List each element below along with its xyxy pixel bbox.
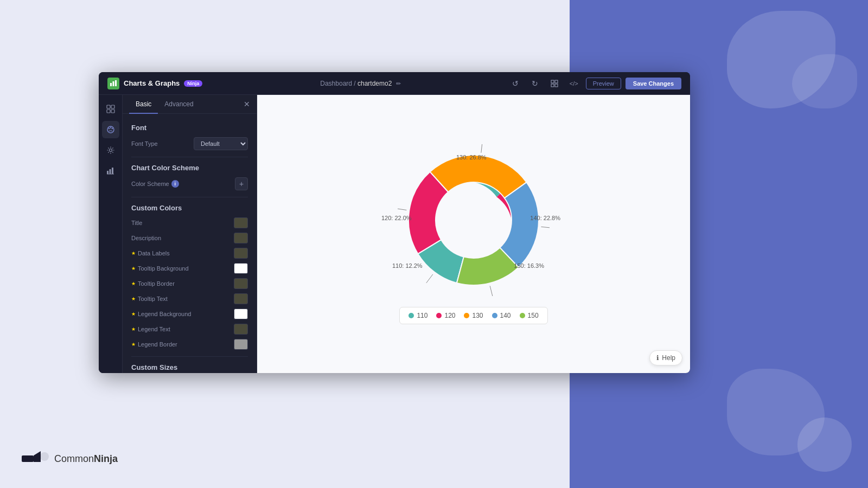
app-header: Charts & Graphs Ninja Dashboard / chartd… xyxy=(99,72,690,95)
svg-rect-9 xyxy=(107,110,110,113)
legend-label-150: 150 xyxy=(528,312,539,319)
color-scheme-row: Color Scheme i + xyxy=(131,177,248,190)
custom-sizes-title: Custom Sizes xyxy=(131,363,248,371)
sidebar-icon-palette[interactable] xyxy=(102,121,119,138)
brand-name: CommonNinja xyxy=(54,453,118,465)
svg-marker-26 xyxy=(34,451,41,462)
sidebar-icon-grid[interactable] xyxy=(102,100,119,118)
chart-area: 130: 26.8% 140: 22.8% 150: 16.3% 110: 12… xyxy=(257,95,690,373)
legend-item-140: 140 xyxy=(492,312,511,319)
sidebar-icon-chart[interactable] xyxy=(102,162,119,179)
color-label-title: Title xyxy=(131,220,142,226)
legend-item-130: 130 xyxy=(464,312,483,319)
color-swatch-tooltip-bg[interactable] xyxy=(234,263,248,274)
code-button[interactable]: </> xyxy=(566,76,582,91)
brand-logo-icon xyxy=(22,451,49,466)
svg-rect-5 xyxy=(551,84,554,87)
tab-basic[interactable]: Basic xyxy=(129,95,158,113)
add-color-scheme-button[interactable]: + xyxy=(235,177,248,190)
section-divider-3 xyxy=(131,356,248,357)
color-swatch-legend-bg[interactable] xyxy=(234,309,248,319)
custom-colors-title: Custom Colors xyxy=(131,204,248,212)
label-140: 140: 22.8% xyxy=(530,215,560,221)
header-actions: ↺ ↻ </> Preview Save Changes xyxy=(508,76,681,91)
color-row-tooltip-text: ★ Tooltip Text xyxy=(131,293,248,304)
svg-line-23 xyxy=(541,227,550,228)
label-130: 130: 26.8% xyxy=(456,154,487,160)
color-row-tooltip-bg: ★ Tooltip Background xyxy=(131,263,248,274)
svg-rect-18 xyxy=(112,168,113,174)
svg-point-12 xyxy=(108,128,109,129)
chart-legend: 110 120 130 140 xyxy=(399,307,547,324)
color-swatch-legend-border[interactable] xyxy=(234,339,248,350)
logo-icon xyxy=(107,78,119,89)
color-row-data-labels: ★ Data Labels xyxy=(131,248,248,259)
breadcrumb-dashboard[interactable]: Dashboard xyxy=(320,80,352,87)
edit-pencil-icon[interactable]: ✏ xyxy=(396,80,401,87)
font-type-label: Font Type xyxy=(131,140,158,147)
legend-item-120: 120 xyxy=(436,312,455,319)
color-swatch-title[interactable] xyxy=(234,217,248,228)
panel-tabs: Basic Advanced ✕ xyxy=(123,95,257,114)
svg-rect-8 xyxy=(111,105,114,108)
svg-rect-3 xyxy=(551,80,554,83)
info-icon[interactable]: i xyxy=(171,180,179,188)
preview-button[interactable]: Preview xyxy=(586,78,621,89)
color-swatch-data-labels[interactable] xyxy=(234,248,248,259)
font-type-select[interactable]: Default Sans-serif Serif xyxy=(194,137,248,150)
legend-label-130: 130 xyxy=(472,312,483,319)
color-swatch-description[interactable] xyxy=(234,233,248,243)
sidebar-icon-settings[interactable] xyxy=(102,142,119,159)
color-label-tooltip-border: ★ Tooltip Border xyxy=(131,280,175,287)
app-name-label: Charts & Graphs xyxy=(124,79,180,87)
font-type-row: Font Type Default Sans-serif Serif xyxy=(131,137,248,150)
label-150: 150: 16.3% xyxy=(514,262,544,269)
color-label-tooltip-bg: ★ Tooltip Background xyxy=(131,265,189,272)
save-button[interactable]: Save Changes xyxy=(626,78,681,89)
tab-advanced[interactable]: Advanced xyxy=(158,95,200,113)
legend-label-120: 120 xyxy=(444,312,455,319)
color-scheme-label: Color Scheme i xyxy=(131,180,179,188)
color-label-legend-border: ★ Legend Border xyxy=(131,341,177,348)
svg-point-15 xyxy=(109,149,112,152)
svg-rect-4 xyxy=(555,80,558,83)
help-button[interactable]: ℹ Help xyxy=(649,350,682,365)
svg-point-27 xyxy=(40,452,49,461)
bottom-branding: CommonNinja xyxy=(22,451,118,466)
layout-button[interactable] xyxy=(547,76,562,91)
svg-point-13 xyxy=(110,127,111,128)
chart-color-scheme-title: Chart Color Scheme xyxy=(131,164,248,172)
section-divider-2 xyxy=(131,197,248,197)
redo-button[interactable]: ↻ xyxy=(527,76,542,91)
legend-item-110: 110 xyxy=(409,312,427,319)
svg-rect-16 xyxy=(107,171,108,174)
legend-dot-130 xyxy=(464,313,469,318)
legend-dot-120 xyxy=(436,313,442,318)
app-badge: Ninja xyxy=(184,80,202,87)
legend-label-140: 140 xyxy=(500,312,511,319)
section-divider-1 xyxy=(131,157,248,157)
svg-rect-1 xyxy=(113,81,114,86)
panel-close-button[interactable]: ✕ xyxy=(244,100,250,108)
breadcrumb: Dashboard / chartdemo2 ✏ xyxy=(213,80,507,87)
help-icon: ℹ xyxy=(656,354,659,362)
donut-chart-main xyxy=(398,144,550,296)
color-label-tooltip-text: ★ Tooltip Text xyxy=(131,296,168,302)
color-swatch-tooltip-border[interactable] xyxy=(234,278,248,289)
breadcrumb-chart[interactable]: chartdemo2 xyxy=(358,80,392,87)
svg-rect-25 xyxy=(22,455,34,462)
settings-panel: Basic Advanced ✕ Font Font Type Default … xyxy=(123,95,257,373)
bg-bottom-panel xyxy=(570,369,868,488)
color-row-legend-text: ★ Legend Text xyxy=(131,324,248,335)
color-label-data-labels: ★ Data Labels xyxy=(131,250,170,256)
color-row-legend-bg: ★ Legend Background xyxy=(131,309,248,319)
color-swatch-tooltip-text[interactable] xyxy=(234,293,248,304)
legend-dot-140 xyxy=(492,313,497,318)
font-section-title: Font xyxy=(131,124,248,132)
app-body: Basic Advanced ✕ Font Font Type Default … xyxy=(99,95,690,373)
svg-rect-10 xyxy=(111,110,114,113)
svg-point-14 xyxy=(111,128,112,129)
color-swatch-legend-text[interactable] xyxy=(234,324,248,335)
color-label-legend-bg: ★ Legend Background xyxy=(131,311,191,317)
undo-button[interactable]: ↺ xyxy=(508,76,523,91)
